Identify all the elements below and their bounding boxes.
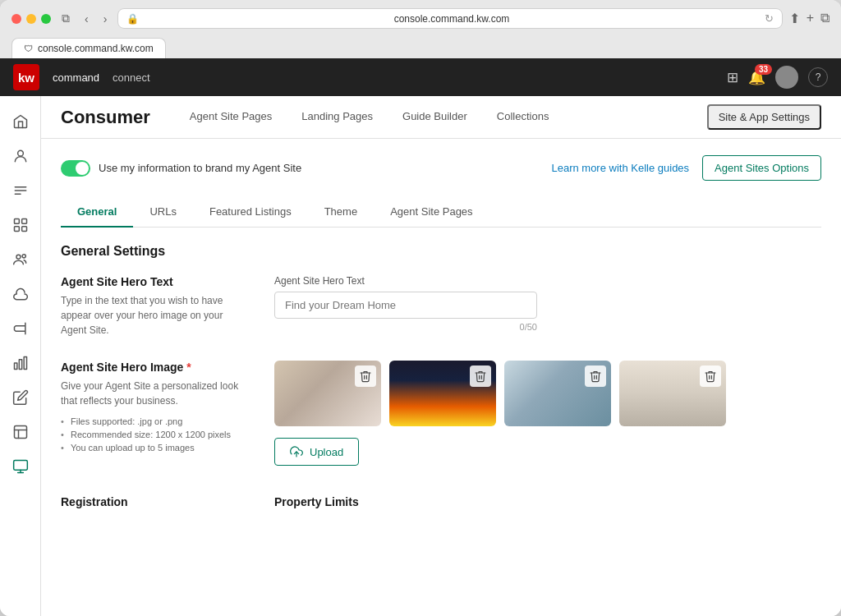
tasks-icon xyxy=(12,182,29,199)
forward-button[interactable]: › xyxy=(99,11,112,27)
browser-tab-bar: 🛡 console.command.kw.com xyxy=(11,35,830,58)
subtab-theme[interactable]: Theme xyxy=(308,197,374,228)
tab-view-button[interactable]: ⧉ xyxy=(57,10,74,27)
edit-icon xyxy=(12,389,29,406)
sidebar-item-tasks[interactable] xyxy=(5,175,36,206)
delete-image-2-button[interactable] xyxy=(470,365,491,387)
subtab-agent-site-pages[interactable]: Agent Site Pages xyxy=(374,197,489,228)
home-icon xyxy=(12,113,29,130)
kw-logo[interactable]: kw xyxy=(13,64,39,90)
image-info-list: Files supported: .jpg or .png Recommende… xyxy=(61,415,241,454)
delete-image-4-button[interactable] xyxy=(700,365,721,387)
close-traffic-light[interactable] xyxy=(11,14,21,24)
delete-image-3-button[interactable] xyxy=(585,365,606,387)
url-text: console.command.kw.com xyxy=(144,13,759,25)
info-item-1: Files supported: .jpg or .png xyxy=(61,415,241,428)
brand-toggle[interactable] xyxy=(61,160,90,177)
sidebar-item-reports[interactable] xyxy=(5,347,36,379)
sidebar-item-consumer[interactable] xyxy=(5,451,36,482)
tab-landing-pages[interactable]: Landing Pages xyxy=(288,96,386,139)
svg-rect-12 xyxy=(24,357,26,370)
upload-button[interactable]: Upload xyxy=(274,438,359,466)
sidebar-item-marketplace[interactable] xyxy=(5,416,36,448)
page-content: Use my information to brand my Agent Sit… xyxy=(41,139,841,616)
page-header-actions: Site & App Settings xyxy=(707,104,821,130)
hero-text-field-col: Agent Site Hero Text 0/50 xyxy=(274,275,821,338)
browser-controls: ⧉ ‹ › 🔒 console.command.kw.com ↻ ⬆ + ⧉ xyxy=(11,8,830,29)
subtab-urls[interactable]: URLs xyxy=(133,197,193,228)
tabs-icon[interactable]: ⧉ xyxy=(820,11,830,26)
nav-connect[interactable]: connect xyxy=(113,71,150,84)
hero-image-thumb-3 xyxy=(504,361,611,426)
main-layout: Consumer Agent Site Pages Landing Pages … xyxy=(0,96,841,616)
subtab-general[interactable]: General xyxy=(61,197,133,228)
back-button[interactable]: ‹ xyxy=(80,11,93,27)
svg-point-8 xyxy=(16,255,21,259)
upload-icon xyxy=(290,445,303,458)
browser-chrome: ⧉ ‹ › 🔒 console.command.kw.com ↻ ⬆ + ⧉ 🛡… xyxy=(0,0,841,58)
nav-command[interactable]: command xyxy=(53,71,99,84)
toggle-label: Use my information to brand my Agent Sit… xyxy=(99,162,301,174)
site-app-settings-button[interactable]: Site & App Settings xyxy=(707,104,821,130)
trash-icon xyxy=(474,370,487,383)
tab-collections[interactable]: Collections xyxy=(484,96,563,139)
svg-rect-11 xyxy=(19,360,21,370)
hero-image-thumb-4 xyxy=(619,361,726,426)
required-star: * xyxy=(186,361,191,374)
hero-text-input[interactable] xyxy=(274,292,537,319)
hero-text-desc: Type in the text that you wish to have a… xyxy=(61,293,241,338)
sub-tabs: General URLs Featured Listings Theme Age… xyxy=(61,197,821,228)
hero-image-thumb-2 xyxy=(389,361,496,426)
page-header: Consumer Agent Site Pages Landing Pages … xyxy=(41,96,841,139)
nav-links: command connect xyxy=(53,71,150,84)
cloud-icon xyxy=(12,286,29,302)
browser-window: ⧉ ‹ › 🔒 console.command.kw.com ↻ ⬆ + ⧉ 🛡… xyxy=(0,0,841,616)
help-icon[interactable]: ? xyxy=(808,67,828,87)
agents-icon xyxy=(12,251,29,268)
bell-icon[interactable]: 🔔 33 xyxy=(748,69,765,86)
property-limits-label: Property Limits xyxy=(274,495,821,508)
reload-icon[interactable]: ↻ xyxy=(765,12,774,25)
sidebar-item-home[interactable] xyxy=(5,106,36,137)
app-container: kw command connect ⊞ 🔔 33 ? xyxy=(0,58,841,616)
sidebar-item-design[interactable] xyxy=(5,382,36,413)
grid-icon[interactable]: ⊞ xyxy=(727,69,738,86)
hero-text-title: Agent Site Hero Text xyxy=(61,275,241,288)
fullscreen-traffic-light[interactable] xyxy=(41,14,51,24)
new-tab-icon[interactable]: + xyxy=(807,11,814,26)
address-bar[interactable]: 🔒 console.command.kw.com ↻ xyxy=(117,8,782,29)
char-count: 0/50 xyxy=(274,322,537,332)
page-tabs: Agent Site Pages Landing Pages Guide Bui… xyxy=(177,96,563,139)
trash-icon xyxy=(704,370,717,383)
subtab-featured-listings[interactable]: Featured Listings xyxy=(193,197,308,228)
chart-icon xyxy=(12,355,29,371)
tab-guide-builder[interactable]: Guide Builder xyxy=(389,96,480,139)
toggle-knob xyxy=(76,162,89,175)
sidebar-item-cloud[interactable] xyxy=(5,278,36,310)
minimize-traffic-light[interactable] xyxy=(26,14,36,24)
monitor-icon xyxy=(12,458,29,475)
user-avatar[interactable] xyxy=(775,66,798,89)
top-nav: kw command connect ⊞ 🔔 33 ? xyxy=(0,58,841,96)
tab-agent-site-pages[interactable]: Agent Site Pages xyxy=(177,96,285,139)
hero-image-field-col: Upload xyxy=(274,361,821,466)
contact-icon xyxy=(12,148,29,164)
browser-tab[interactable]: 🛡 console.command.kw.com xyxy=(11,38,166,58)
hero-image-title: Agent Site Hero Image * xyxy=(61,361,241,374)
sidebar-item-listings-grid[interactable] xyxy=(5,209,36,241)
share-icon[interactable]: ⬆ xyxy=(789,11,800,26)
kelle-guides-link[interactable]: Learn more with Kelle guides xyxy=(551,162,689,174)
brand-toggle-bar: Use my information to brand my Agent Sit… xyxy=(61,155,821,181)
trash-icon xyxy=(359,370,372,383)
delete-image-1-button[interactable] xyxy=(355,365,376,387)
sidebar-item-agents[interactable] xyxy=(5,244,36,275)
hero-image-thumb-1 xyxy=(274,361,381,426)
info-item-3: You can upload up to 5 images xyxy=(61,441,241,454)
svg-rect-14 xyxy=(13,461,27,471)
agent-sites-options-button[interactable]: Agent Sites Options xyxy=(702,155,821,181)
megaphone-icon xyxy=(12,320,29,337)
page-title: Consumer xyxy=(61,107,150,128)
section-title: General Settings xyxy=(61,244,821,259)
sidebar-item-campaigns[interactable] xyxy=(5,313,36,344)
sidebar-item-contacts[interactable] xyxy=(5,140,36,172)
